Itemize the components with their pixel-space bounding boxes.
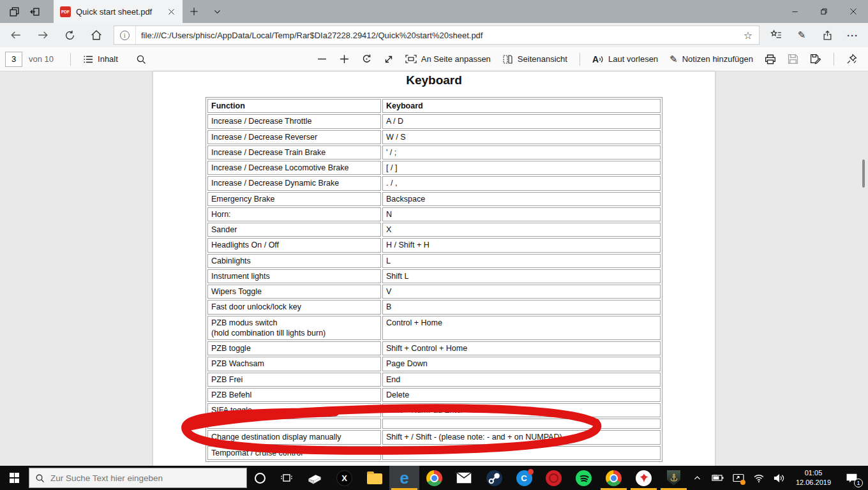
scrollbar-thumb[interactable] [862, 160, 865, 188]
action-center-button[interactable]: 1 [839, 466, 864, 490]
function-cell: Cabinlights [207, 254, 381, 268]
taskbar-app-wot[interactable] [629, 466, 659, 490]
function-cell: Increase / Decrease Locomotive Brake [207, 161, 381, 175]
share-button[interactable] [814, 23, 840, 47]
page-view-button[interactable]: Seitenansicht [497, 47, 573, 71]
function-cell: PZB Wachsam [207, 357, 381, 371]
add-favorite-button[interactable]: ☆ [737, 26, 759, 44]
new-tab-button[interactable] [183, 0, 206, 23]
speaker-icon [774, 473, 785, 483]
battery-indicator[interactable] [709, 466, 727, 490]
table-row: SIFA toggleShift + NumPad Enter [207, 403, 661, 417]
minimize-button[interactable] [780, 0, 809, 23]
function-cell: Fast door unlock/lock key [207, 300, 381, 314]
keyboard-cell: End [382, 373, 661, 387]
tab-list-dropdown-button[interactable] [206, 0, 228, 23]
contents-button[interactable]: Inhalt [77, 47, 124, 71]
cortana-icon [255, 473, 266, 484]
table-row: Change destination display manuallyShift… [207, 430, 661, 444]
function-cell: Headlights On / Off [207, 238, 381, 252]
tab-preview-button[interactable] [4, 0, 24, 23]
wifi-indicator[interactable] [750, 466, 768, 490]
taskbar-app-red[interactable] [539, 466, 569, 490]
forward-button[interactable] [29, 23, 56, 47]
table-row: SanderX [207, 223, 661, 237]
favorites-hub-button[interactable] [763, 23, 789, 47]
function-cell: PZB Frei [207, 373, 381, 387]
more-icon: ··· [847, 30, 858, 41]
taskbar-app-mail[interactable] [449, 466, 479, 490]
keyboard-cell: W / S [382, 130, 661, 144]
function-cell: Horn: [207, 207, 381, 221]
page-view-icon [502, 54, 513, 64]
url-text[interactable]: file:///C:/Users/phisc/AppData/Local/Tem… [136, 31, 737, 40]
browser-tab[interactable]: PDF Quick start sheet.pdf [54, 0, 183, 23]
search-input[interactable] [50, 473, 241, 483]
set-tabs-aside-button[interactable] [24, 0, 45, 23]
tab-close-button[interactable] [163, 4, 179, 19]
close-button[interactable] [839, 0, 868, 23]
task-view-icon [281, 472, 292, 484]
function-cell: PZB Befehl [207, 388, 381, 402]
taskbar-app-box[interactable] [299, 466, 329, 490]
taskbar-app-spotify[interactable] [569, 466, 599, 490]
function-cell: Sander [207, 223, 381, 237]
site-info-button[interactable]: i [114, 26, 136, 44]
ink-notes-button[interactable]: ✎ [789, 23, 814, 47]
taskbar-app-xbox[interactable]: X [329, 466, 359, 490]
keyboard-cell: V [382, 285, 661, 299]
refresh-button[interactable] [56, 23, 83, 47]
red-app-icon [546, 470, 562, 486]
read-aloud-button[interactable]: A Laut vorlesen [587, 47, 664, 71]
table-row: Emergency BrakeBackspace [207, 192, 661, 206]
taskbar-app-edge[interactable]: e [389, 466, 419, 490]
taskbar: X e C [0, 466, 868, 490]
table-row: Increase / Decrease Dynamic Brake. / , [207, 176, 661, 190]
taskbar-app-chrome[interactable] [419, 466, 449, 490]
back-button[interactable] [3, 23, 29, 47]
fit-page-icon [405, 54, 417, 64]
function-cell: Increase / Decrease Train Brake [207, 145, 381, 160]
taskbar-app-file-explorer[interactable] [359, 466, 389, 490]
edge-icon: e [400, 470, 408, 486]
start-button[interactable] [0, 466, 29, 490]
tab-title: Quick start sheet.pdf [76, 7, 158, 17]
home-button[interactable] [83, 23, 110, 47]
cortana-button[interactable] [247, 466, 273, 490]
search-document-button[interactable] [130, 47, 152, 71]
printer-icon [765, 54, 776, 65]
print-button[interactable] [759, 47, 782, 71]
function-cell: Wipers Toggle [207, 285, 381, 299]
save-icon [788, 54, 798, 64]
table-row: PZB toggleShift + Control + Home [207, 341, 661, 355]
mail-icon [456, 472, 472, 484]
zoom-out-button[interactable] [311, 47, 333, 71]
task-view-button[interactable] [273, 466, 299, 490]
volume-indicator[interactable] [770, 466, 788, 490]
tray-expand-button[interactable] [689, 466, 707, 490]
function-cell: PZB toggle [207, 341, 381, 355]
taskbar-app-steam[interactable] [479, 466, 509, 490]
taskbar-app-wows[interactable] [659, 466, 689, 490]
function-cell: Increase / Decrease Reverser [207, 130, 381, 144]
url-field[interactable]: i file:///C:/Users/phisc/AppData/Local/T… [114, 26, 760, 45]
taskbar-app-chrome-2[interactable] [599, 466, 629, 490]
taskbar-clock[interactable]: 01:05 12.06.2019 [791, 468, 836, 487]
more-menu-button[interactable]: ··· [840, 23, 865, 47]
rotate-button[interactable] [355, 47, 378, 71]
fullscreen-button[interactable] [378, 47, 400, 71]
taskbar-app-c[interactable]: C [509, 466, 539, 490]
restore-button[interactable] [809, 0, 839, 23]
tab-pages-icon [9, 6, 20, 17]
unpin-toolbar-button[interactable] [841, 47, 863, 71]
fit-page-button[interactable]: An Seite anpassen [400, 47, 497, 71]
function-cell [207, 419, 381, 429]
set-aside-icon [29, 6, 40, 17]
add-notes-button[interactable]: ✎ Notizen hinzufügen [664, 47, 759, 71]
save-as-button[interactable] [804, 47, 827, 71]
taskbar-search[interactable] [29, 468, 247, 488]
zoom-in-button[interactable] [333, 47, 355, 71]
save-button[interactable] [782, 47, 804, 71]
page-number-input[interactable] [5, 52, 22, 67]
cast-indicator[interactable] [730, 466, 747, 490]
